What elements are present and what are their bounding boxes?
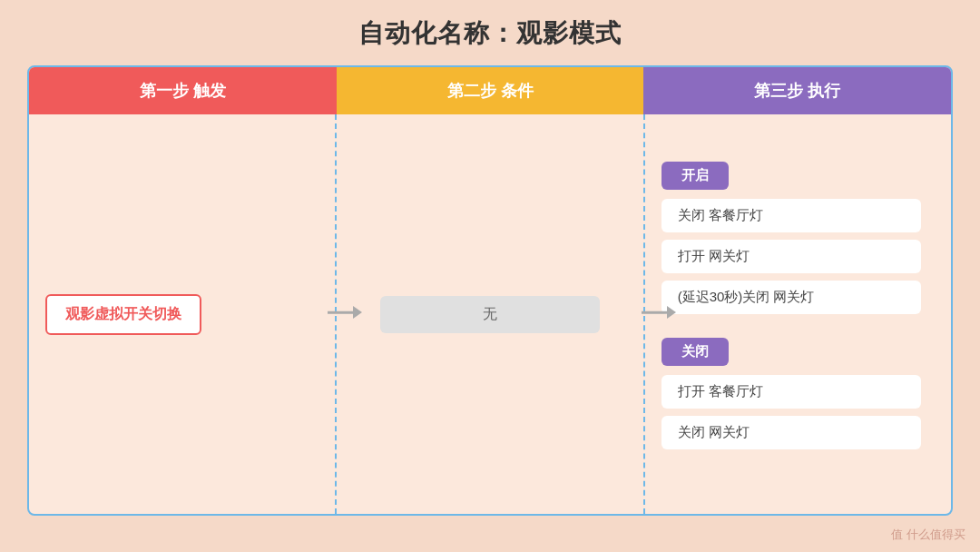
step1-header: 第一步 触发 <box>29 67 337 114</box>
table-body: 观影虚拟开关切换 无 开启 关闭 客餐厅灯 打开 网关灯 (延迟30秒)关闭 网… <box>29 114 951 514</box>
condition-box: 无 <box>380 296 599 333</box>
step3-header: 第三步 执行 <box>643 67 951 114</box>
action-group-open: 开启 关闭 客餐厅灯 打开 网关灯 (延迟30秒)关闭 网关灯 <box>662 162 935 321</box>
trigger-box: 观影虚拟开关切换 <box>45 294 201 335</box>
arrow-1 <box>328 302 362 326</box>
watermark: 值 什么值得买 <box>891 527 965 543</box>
condition-column: 无 <box>337 114 644 514</box>
action-item-delay-close-gateway: (延迟30秒)关闭 网关灯 <box>662 281 921 314</box>
action-item-open-gateway: 打开 网关灯 <box>662 240 921 273</box>
step2-header: 第二步 条件 <box>337 67 644 114</box>
arrow-right-icon <box>328 302 362 322</box>
action-item-close-gateway: 关闭 网关灯 <box>662 416 921 449</box>
close-label: 关闭 <box>662 338 729 366</box>
action-column: 开启 关闭 客餐厅灯 打开 网关灯 (延迟30秒)关闭 网关灯 关闭 打开 客餐… <box>645 114 951 514</box>
page-title: 自动化名称：观影模式 <box>358 16 622 51</box>
trigger-column: 观影虚拟开关切换 <box>29 114 337 514</box>
action-item-open-living: 打开 客餐厅灯 <box>662 375 921 409</box>
table-header: 第一步 触发 第二步 条件 第三步 执行 <box>29 67 951 114</box>
action-item-close-living: 关闭 客餐厅灯 <box>662 199 921 232</box>
open-label: 开启 <box>662 162 729 190</box>
action-group-close: 关闭 打开 客餐厅灯 关闭 网关灯 <box>662 338 935 457</box>
arrow-2 <box>642 302 676 326</box>
arrow-right-icon-2 <box>642 302 676 322</box>
main-table: 第一步 触发 第二步 条件 第三步 执行 观影虚拟开关切换 无 开启 关闭 客餐… <box>27 65 953 516</box>
